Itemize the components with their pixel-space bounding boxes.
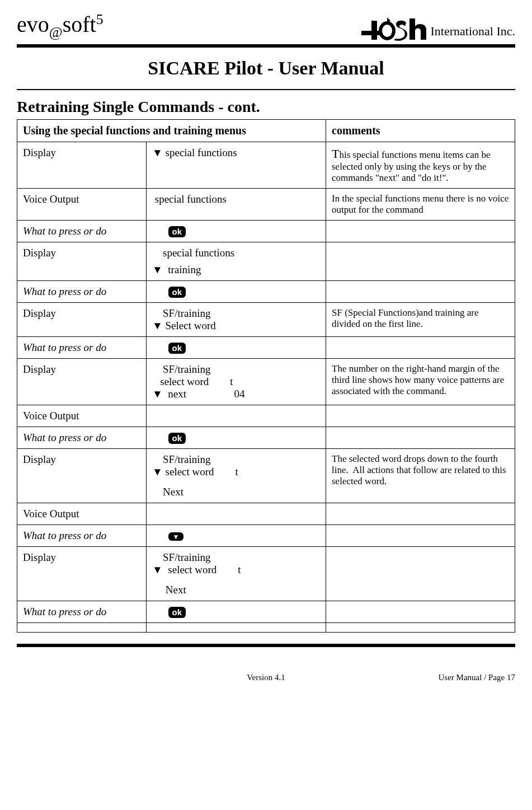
col-label: What to press or do	[17, 525, 147, 547]
col-action: ok	[147, 281, 326, 303]
col-label: Display	[17, 449, 147, 503]
col-action: SF/training▼ select word t Next	[147, 547, 326, 601]
col-action: ok	[147, 337, 326, 359]
col-label: Display	[17, 242, 147, 281]
table-row: What to press or do ok	[17, 281, 515, 303]
col-action: ▼ special functions	[147, 142, 326, 189]
table-row: Display▼ special functionsThis special f…	[17, 142, 515, 189]
table-row: Display SF/training▼ select word t NextT…	[17, 449, 515, 503]
table-row	[17, 623, 515, 633]
col-comment	[326, 242, 515, 281]
title-rule	[17, 89, 515, 90]
col-label: Voice Output	[17, 503, 147, 525]
col-label: Display	[17, 303, 147, 337]
section-title: Retraining Single Commands - cont.	[17, 98, 515, 116]
col-label: Display	[17, 359, 147, 405]
col-comment	[326, 221, 515, 242]
page-title: SICARE Pilot - User Manual	[17, 58, 515, 79]
col-comment	[326, 337, 515, 359]
table-row: Display SF/training▼ Select wordSF (Spec…	[17, 303, 515, 337]
col-comment	[326, 427, 515, 449]
col-comment: The number on the right-hand margin of t…	[326, 359, 515, 405]
col-label: Display	[17, 547, 147, 601]
table-row: What to press or do ▼	[17, 525, 515, 547]
col-action	[147, 623, 326, 633]
table-row: What to press or do ok	[17, 427, 515, 449]
col-label	[17, 623, 147, 633]
header: evo@soft5 International Inc.	[17, 11, 515, 41]
table-row: Voice Output	[17, 503, 515, 525]
footer-page: User Manual / Page 17	[403, 673, 515, 682]
col-label: What to press or do	[17, 601, 147, 623]
logo-text-evo: evo	[17, 12, 49, 37]
col-action: ▼	[147, 525, 326, 547]
table-row: Voice Output special functionsIn the spe…	[17, 189, 515, 221]
header-right: comments	[326, 120, 515, 142]
col-comment: In the special functions menu there is n…	[326, 189, 515, 221]
table-header-row: Using the special functions and training…	[17, 120, 515, 142]
logo-right: International Inc.	[360, 14, 516, 41]
col-comment	[326, 547, 515, 601]
col-action: SF/training select word t▼ next 04	[147, 359, 326, 405]
col-label: What to press or do	[17, 281, 147, 303]
col-label: Display	[17, 142, 147, 189]
logo-at: @	[49, 24, 63, 40]
col-comment	[326, 623, 515, 633]
col-action: ok	[147, 427, 326, 449]
main-table: Using the special functions and training…	[17, 119, 515, 633]
col-comment: SF (Special Functions)and training are d…	[326, 303, 515, 337]
logo-text-soft: soft	[63, 12, 96, 37]
col-label: Voice Output	[17, 189, 147, 221]
col-action: ok	[147, 601, 326, 623]
col-action: SF/training▼ select word t Next	[147, 449, 326, 503]
header-left: Using the special functions and training…	[17, 120, 326, 142]
col-action: SF/training▼ Select word	[147, 303, 326, 337]
col-label: What to press or do	[17, 427, 147, 449]
table-row: Voice Output	[17, 405, 515, 427]
col-comment	[326, 281, 515, 303]
col-action: special functions	[147, 189, 326, 221]
col-comment: The selected word drops down to the four…	[326, 449, 515, 503]
col-comment	[326, 525, 515, 547]
table-row: Display SF/training▼ select word t Next	[17, 547, 515, 601]
table-row: What to press or do ok	[17, 337, 515, 359]
col-comment	[326, 503, 515, 525]
logo-sup-5: 5	[96, 11, 103, 27]
footer: Version 4.1 User Manual / Page 17	[17, 673, 515, 682]
table-row: What to press or do ok	[17, 221, 515, 242]
tash-logo-icon	[360, 14, 427, 41]
col-comment	[326, 601, 515, 623]
bottom-rule	[17, 644, 515, 647]
col-label: What to press or do	[17, 337, 147, 359]
logo-left: evo@soft5	[17, 11, 103, 41]
table-row: Display special functions▼ training	[17, 242, 515, 281]
col-action: ok	[147, 221, 326, 242]
logo-right-text: International Inc.	[431, 24, 516, 41]
col-action: special functions▼ training	[147, 242, 326, 281]
table-row: Display SF/training select word t▼ next …	[17, 359, 515, 405]
col-action	[147, 405, 326, 427]
col-action	[147, 503, 326, 525]
svg-point-1	[380, 23, 394, 39]
footer-version: Version 4.1	[129, 673, 403, 682]
col-label: Voice Output	[17, 405, 147, 427]
col-label: What to press or do	[17, 221, 147, 242]
table-row: What to press or do ok	[17, 601, 515, 623]
col-comment	[326, 405, 515, 427]
top-rule	[17, 44, 515, 48]
col-comment: This special functions menu items can be…	[326, 142, 515, 189]
